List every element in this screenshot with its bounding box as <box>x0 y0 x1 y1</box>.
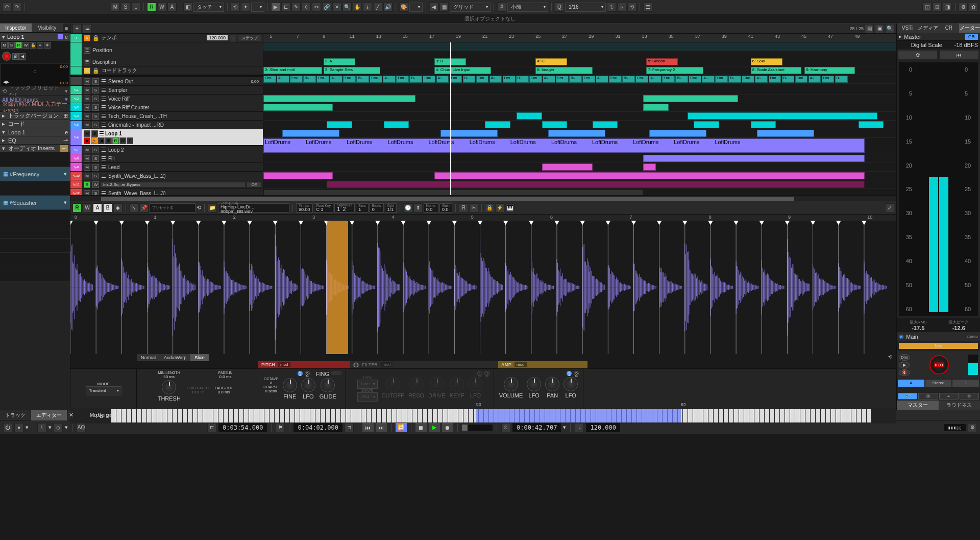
audio-clip[interactable] <box>593 121 618 128</box>
ed-arrow-icon[interactable]: ↘ <box>129 203 138 213</box>
play-button[interactable]: ▶ <box>429 423 440 432</box>
chord-event[interactable]: B♭ <box>835 76 848 83</box>
audio-clip[interactable] <box>263 172 333 179</box>
inserts-hdr[interactable]: オーディオ Inserts <box>8 145 58 152</box>
preset-reload-icon[interactable]: ⟲ <box>197 204 201 211</box>
chord-event[interactable]: A♭ <box>543 76 555 83</box>
q-icon-2[interactable]: ▹ <box>617 3 626 12</box>
cr-button[interactable]: CR <box>965 34 978 40</box>
audio-clip[interactable] <box>548 130 605 137</box>
solo-btn[interactable]: S <box>121 3 130 12</box>
volume-knob[interactable] <box>504 377 518 391</box>
chord-event[interactable]: A♭ <box>277 76 289 83</box>
chord-event[interactable]: B♭ <box>516 76 529 83</box>
automation-mode-icon[interactable]: ◧ <box>183 3 192 12</box>
chord-event[interactable]: B♭ <box>356 76 369 83</box>
zone-end[interactable]: B5 <box>681 402 686 407</box>
setup-icon[interactable]: ⚙ <box>959 3 968 12</box>
insert-slot-7[interactable] <box>0 253 70 267</box>
marker-jump-icon[interactable]: ⚑ <box>276 423 285 432</box>
insert-slot-5[interactable] <box>0 224 70 239</box>
chord-event[interactable]: B♭ <box>303 76 316 83</box>
chord-event[interactable]: Fmi <box>450 76 462 83</box>
ed-trim-icon[interactable]: ✂ <box>469 203 478 213</box>
ed-event-icon[interactable]: ◆ <box>113 203 122 213</box>
mix-button[interactable]: Mix <box>899 343 978 349</box>
arranger-event[interactable]: 6: Imager <box>535 67 593 74</box>
ed-b-btn[interactable]: B <box>103 203 112 213</box>
audio-clip[interactable] <box>859 121 884 128</box>
audio-clip[interactable] <box>327 121 352 128</box>
track-row[interactable]: ∿6 MS☰Loop 1●🔊◀❄RW≡ <box>70 129 263 146</box>
zone-start[interactable]: C3 <box>476 402 481 407</box>
left-locator[interactable]: 0:03:54.000 <box>218 423 267 432</box>
prefs-icon[interactable]: ✿ <box>969 3 978 12</box>
marker[interactable]: 4: C <box>535 58 567 65</box>
freeze-mini[interactable]: ❄ <box>44 42 51 49</box>
eq-hdr[interactable]: EQ <box>8 137 61 144</box>
tab-menu-icon[interactable]: ≡ <box>63 24 70 32</box>
lock-mini[interactable]: 🔒 <box>30 42 36 49</box>
read-mini[interactable]: R <box>15 42 22 49</box>
track-preset-icon[interactable]: ☁ <box>83 24 92 33</box>
ff-button[interactable]: ⏭ <box>376 423 387 432</box>
time-position[interactable]: 0:00:42.707 <box>512 423 561 432</box>
amp-lfo2-knob[interactable] <box>564 377 578 391</box>
punch-icon[interactable]: ● <box>14 423 23 432</box>
cr-mon-2[interactable]: ⊞ <box>918 393 938 400</box>
filter-mod[interactable]: mod <box>381 362 393 367</box>
chord-event[interactable]: Fmi <box>556 76 569 83</box>
chord-event[interactable]: Cmi <box>742 76 754 83</box>
chord-event[interactable]: Fmi <box>715 76 728 83</box>
key-zone[interactable] <box>476 409 681 422</box>
chord-event[interactable]: Cmi <box>795 76 808 83</box>
chord-event[interactable]: A♭ <box>383 76 396 83</box>
record-arm-button[interactable] <box>2 52 11 61</box>
audio-clip[interactable] <box>757 130 814 137</box>
chord-event[interactable]: A♭ <box>755 76 768 83</box>
tempo-display[interactable]: 120.000 <box>586 423 620 432</box>
audio-clip[interactable] <box>263 190 643 195</box>
ed-read-btn[interactable]: R <box>72 203 82 213</box>
bars-icon[interactable]: # <box>497 3 506 12</box>
amp-lfo-knob[interactable] <box>527 377 541 391</box>
expand-icon[interactable]: ▾ <box>2 34 5 40</box>
quantize-apply-icon[interactable]: Q <box>555 3 564 12</box>
chord-event[interactable]: Fmi <box>396 76 409 83</box>
insert-slot-8[interactable] <box>0 267 70 281</box>
chord-event[interactable]: Fmi <box>503 76 516 83</box>
meter-cfg-icon[interactable]: ✿ <box>898 50 938 59</box>
chord-event[interactable]: B♭ <box>622 76 635 83</box>
tempo-mode[interactable]: ステップ <box>238 35 261 41</box>
tab-audiowarp[interactable]: AudioWarp <box>160 354 190 361</box>
input-mini[interactable]: ◀ <box>19 53 26 60</box>
audio-clip[interactable] <box>751 121 776 128</box>
chord-event[interactable]: B♭ <box>728 76 741 83</box>
chord-event[interactable]: Cmi <box>423 76 435 83</box>
insert-squasher[interactable]: ▦ e Squasher▾ <box>0 196 70 210</box>
ed-midi-icon[interactable]: 🎹 <box>505 203 514 213</box>
chord-event[interactable]: Cmi <box>689 76 701 83</box>
cr-cfg[interactable]: ⚙ <box>960 393 979 400</box>
editor-tab[interactable]: エディター <box>31 410 67 420</box>
layout-icon[interactable]: ☰ <box>643 3 652 12</box>
track-row[interactable]: ∿5 MS☰Cinematic - Impact ...RD <box>70 121 263 129</box>
q-icon-3[interactable]: ⟲ <box>627 3 636 12</box>
vsti-tab[interactable]: VSTi <box>897 24 918 33</box>
add-track-button[interactable]: + <box>72 24 82 33</box>
metronome-icon[interactable]: ⫱ <box>37 423 46 432</box>
filter-icon-2[interactable]: ▣ <box>875 24 884 33</box>
draw-tool-icon[interactable]: ✎ <box>291 3 301 12</box>
arrange-scrollbar[interactable] <box>70 195 896 201</box>
right-locator[interactable]: 0:04:02.000 <box>293 423 342 432</box>
crossfade-icon[interactable]: ✦ <box>241 3 250 12</box>
stop-button[interactable]: ⏹ <box>415 423 427 432</box>
read-btn[interactable]: R <box>147 3 156 12</box>
arranger-event[interactable]: 2: Slice and midi <box>263 67 322 74</box>
arrange-area[interactable]: 5791113151719212325272931333537394143454… <box>263 34 896 195</box>
chord-event[interactable]: A♭ <box>489 76 502 83</box>
undo-button[interactable]: ↶ <box>2 3 11 12</box>
audio-clip[interactable] <box>542 121 568 128</box>
glue-tool-icon[interactable]: 🔗 <box>322 3 331 12</box>
audio-clip[interactable] <box>263 95 415 102</box>
